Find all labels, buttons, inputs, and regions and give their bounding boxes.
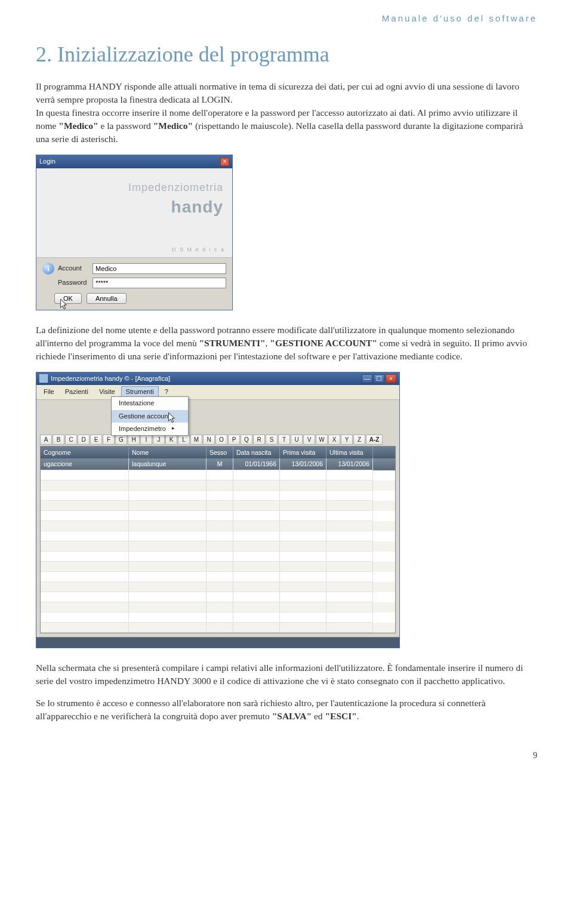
banner-line1: Impedenziometria — [128, 180, 223, 195]
alpha-X[interactable]: X — [328, 435, 340, 445]
maximize-icon[interactable]: ☐ — [374, 374, 384, 383]
alpha-A-Z[interactable]: A-Z — [366, 435, 383, 445]
alpha-E[interactable]: E — [90, 435, 102, 445]
col-sesso[interactable]: Sesso — [207, 446, 233, 459]
empty-cell — [207, 562, 233, 572]
empty-cell — [326, 592, 373, 602]
running-header: Manuale d'uso del software — [36, 12, 537, 24]
empty-cell — [326, 582, 373, 592]
empty-cell — [41, 572, 129, 582]
alpha-Y[interactable]: Y — [341, 435, 353, 445]
alpha-O[interactable]: O — [215, 435, 227, 445]
table-row[interactable] — [41, 592, 395, 602]
table-row[interactable] — [41, 491, 395, 501]
empty-cell — [326, 501, 373, 511]
alpha-A[interactable]: A — [40, 435, 52, 445]
alpha-R[interactable]: R — [253, 435, 265, 445]
ok-button[interactable]: OK — [54, 293, 82, 304]
empty-cell — [233, 582, 280, 592]
dropdown-impedenzimetro[interactable]: Impedenzimetro — [112, 423, 188, 435]
empty-cell — [326, 562, 373, 572]
empty-cell — [326, 572, 373, 582]
col-nascita[interactable]: Data nascita — [233, 446, 280, 459]
app-window: Impedenziometria handy © - [Anagrafica] … — [36, 372, 400, 648]
text: e la password — [98, 121, 153, 131]
login-titlebar[interactable]: Login × — [36, 155, 232, 168]
table-row[interactable] — [41, 572, 395, 582]
table-row[interactable] — [41, 602, 395, 612]
alpha-Z[interactable]: Z — [353, 435, 365, 445]
empty-cell — [129, 531, 207, 541]
table-row[interactable] — [41, 511, 395, 521]
empty-cell — [233, 572, 280, 582]
empty-cell — [207, 552, 233, 562]
empty-cell — [41, 582, 129, 592]
password-input[interactable] — [93, 278, 226, 288]
cell-prima: 13/01/2006 — [280, 458, 326, 470]
alpha-V[interactable]: V — [303, 435, 315, 445]
menu-file[interactable]: File — [39, 386, 59, 398]
alpha-U[interactable]: U — [291, 435, 303, 445]
table-row[interactable] — [41, 521, 395, 531]
table-row[interactable] — [41, 501, 395, 511]
paragraph-4: Se lo strumento è acceso e connesso all'… — [36, 697, 537, 723]
table-row[interactable] — [41, 481, 395, 491]
dropdown-gestione-account[interactable]: Gestione account — [112, 410, 188, 423]
empty-cell — [41, 592, 129, 602]
dropdown-intestazione[interactable]: Intestazione — [112, 397, 188, 409]
empty-cell — [326, 470, 373, 481]
table-row[interactable] — [41, 612, 395, 623]
alpha-B[interactable]: B — [53, 435, 64, 445]
empty-cell — [207, 511, 233, 521]
table-row[interactable] — [41, 541, 395, 552]
empty-cell — [207, 481, 233, 491]
empty-cell — [129, 562, 207, 572]
close-icon[interactable]: × — [386, 374, 396, 383]
bold: "Medico" — [153, 121, 193, 131]
col-prima[interactable]: Prima visita — [280, 446, 326, 459]
banner-line2: handy — [171, 195, 223, 218]
empty-cell — [41, 552, 129, 562]
alpha-Q[interactable]: Q — [241, 435, 252, 445]
empty-cell — [41, 612, 129, 623]
empty-cell — [326, 491, 373, 501]
empty-cell — [207, 572, 233, 582]
table-row[interactable] — [41, 552, 395, 562]
empty-cell — [233, 541, 280, 552]
account-input[interactable] — [93, 263, 226, 274]
alpha-S[interactable]: S — [266, 435, 278, 445]
alpha-C[interactable]: C — [65, 435, 77, 445]
text: Se lo strumento è acceso e connesso all'… — [36, 698, 486, 721]
bold: "Medico" — [58, 121, 98, 131]
col-ultima[interactable]: Ultima visita — [326, 446, 373, 459]
empty-cell — [326, 541, 373, 552]
empty-cell — [129, 602, 207, 612]
alpha-D[interactable]: D — [78, 435, 90, 445]
col-nome[interactable]: Nome — [129, 446, 207, 459]
app-titlebar[interactable]: Impedenziometria handy © - [Anagrafica] … — [36, 372, 399, 385]
alpha-W[interactable]: W — [316, 435, 328, 445]
cancel-button[interactable]: Annulla — [87, 293, 127, 304]
empty-cell — [326, 531, 373, 541]
empty-cell — [129, 511, 207, 521]
alpha-M[interactable]: M — [190, 435, 202, 445]
col-cognome[interactable]: Cognome — [41, 446, 129, 459]
table-row[interactable]: ugaccione laqualunque M 01/01/1966 13/01… — [41, 458, 395, 470]
close-icon[interactable]: × — [220, 158, 229, 166]
alpha-T[interactable]: T — [278, 435, 290, 445]
empty-cell — [129, 521, 207, 531]
alpha-N[interactable]: N — [203, 435, 215, 445]
empty-cell — [129, 572, 207, 582]
menu-pazienti[interactable]: Pazienti — [60, 386, 93, 398]
minimize-icon[interactable]: — — [362, 374, 372, 383]
table-row[interactable] — [41, 531, 395, 541]
table-row[interactable] — [41, 470, 395, 481]
empty-cell — [41, 470, 129, 481]
account-label: Account — [58, 264, 93, 273]
table-row[interactable] — [41, 582, 395, 592]
table-row[interactable] — [41, 623, 395, 633]
table-row[interactable] — [41, 562, 395, 572]
cell-ultima: 13/01/2006 — [326, 458, 373, 470]
alpha-P[interactable]: P — [228, 435, 240, 445]
paragraph-3: Nella schermata che si presenterà compil… — [36, 661, 537, 688]
